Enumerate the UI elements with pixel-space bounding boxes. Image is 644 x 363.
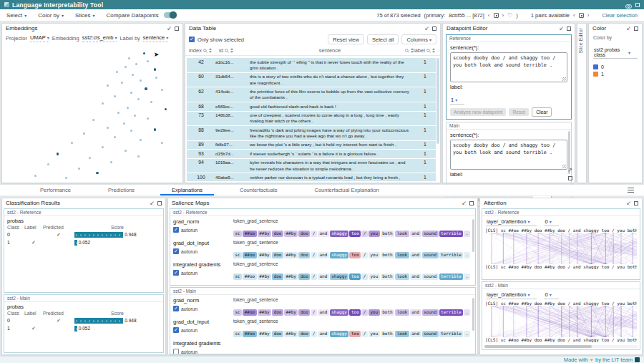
- salience-token[interactable]: ##by: [258, 274, 271, 281]
- maximize-icon[interactable]: [634, 26, 638, 31]
- table-row[interactable]: 6031db54...this is a story of two misfit…: [187, 73, 436, 88]
- salience-token[interactable]: doo: [272, 331, 283, 338]
- table-row[interactable]: 89fb8c07...we know the plot 's a little …: [187, 141, 436, 150]
- salience-token[interactable]: doo: [298, 331, 310, 338]
- slice-editor-label[interactable]: Slice Editor: [578, 28, 585, 53]
- salience-token[interactable]: both: [381, 274, 394, 281]
- resize-grip-icon[interactable]: [562, 77, 566, 81]
- salience-token[interactable]: sc: [233, 252, 242, 259]
- salience-token[interactable]: look: [395, 274, 409, 281]
- salience-token[interactable]: /: [361, 252, 368, 259]
- scrollbar[interactable]: [472, 219, 474, 252]
- embedding-point[interactable]: [143, 52, 146, 55]
- embedding-point[interactable]: [145, 87, 147, 90]
- salience-token[interactable]: sound: [422, 252, 439, 259]
- salience-token[interactable]: ##oo: [243, 309, 256, 316]
- embedding-point[interactable]: [116, 71, 118, 73]
- table-row[interactable]: 62414cde...the primitive force of this f…: [187, 87, 436, 102]
- slices-menu[interactable]: Slices▾: [75, 12, 94, 19]
- salience-token[interactable]: shaggy: [330, 274, 349, 281]
- embedding-point[interactable]: [165, 108, 167, 111]
- table-scrollbar[interactable]: [436, 58, 439, 144]
- column-id[interactable]: id: [219, 47, 255, 54]
- salience-token[interactable]: sound: [422, 331, 439, 338]
- minimize-icon[interactable]: ↙: [626, 200, 631, 206]
- autorun-control[interactable]: ✓autorun: [173, 270, 233, 276]
- salience-token[interactable]: .: [464, 274, 470, 281]
- embedding-point[interactable]: [102, 146, 104, 148]
- autorun-control[interactable]: ✓autorun: [173, 248, 233, 254]
- salience-token[interactable]: ##by: [258, 331, 271, 338]
- embedding-point[interactable]: [110, 161, 112, 163]
- salience-token[interactable]: too: [349, 231, 361, 238]
- tab-performance[interactable]: Performance: [21, 185, 89, 195]
- attention-head-select[interactable]: 0▾: [544, 291, 558, 299]
- salience-token[interactable]: both: [381, 252, 394, 259]
- clear-button[interactable]: Clear: [532, 107, 552, 117]
- salience-token[interactable]: and: [318, 274, 329, 281]
- analyze-new-datapoint-button[interactable]: Analyze new datapoint: [450, 108, 506, 116]
- salience-token[interactable]: ##by: [284, 252, 298, 259]
- select-all-button[interactable]: Select all: [367, 34, 399, 44]
- clear-selection-link[interactable]: Clear selection: [602, 12, 638, 19]
- embedding-point[interactable]: [114, 95, 116, 97]
- pin-datapoint-icon[interactable]: [494, 13, 499, 18]
- embedding-point[interactable]: [57, 153, 59, 155]
- embedding-point[interactable]: [107, 127, 109, 129]
- maximize-icon[interactable]: [634, 201, 638, 205]
- attention-head-select[interactable]: 0▾: [544, 218, 558, 226]
- next-datapoint-button[interactable]: ›: [502, 12, 504, 19]
- salience-token[interactable]: look: [395, 252, 409, 259]
- autorun-control[interactable]: ✓autorun: [173, 306, 233, 311]
- salience-token[interactable]: /: [311, 274, 317, 281]
- autorun-checkbox[interactable]: ✓: [173, 270, 179, 276]
- salience-token[interactable]: .: [464, 309, 470, 316]
- salience-token[interactable]: terrible: [439, 252, 464, 259]
- salience-token[interactable]: ##oo: [243, 331, 256, 338]
- table-row[interactable]: 93d15b7d...if steven soderbergh 's ` sol…: [187, 150, 436, 158]
- embedding-point[interactable]: [127, 107, 129, 109]
- salience-token[interactable]: sc: [233, 231, 242, 238]
- salience-token[interactable]: you: [369, 252, 380, 259]
- sort-icon[interactable]: [432, 48, 435, 53]
- salience-token[interactable]: doo: [272, 274, 283, 281]
- embedding-point[interactable]: [107, 84, 109, 87]
- salience-token[interactable]: /: [361, 231, 368, 238]
- tab-counterfactuals[interactable]: Counterfactuals: [221, 185, 296, 195]
- salience-token[interactable]: ##by: [258, 252, 271, 259]
- salience-token[interactable]: .: [464, 231, 470, 238]
- salience-token[interactable]: ##oo: [243, 274, 256, 281]
- salience-token[interactable]: and: [318, 309, 329, 316]
- color-by-select[interactable]: sst2 probas class▾: [593, 47, 638, 59]
- embedding-point[interactable]: [161, 89, 163, 91]
- embedding-point[interactable]: [92, 119, 94, 121]
- salience-token[interactable]: doo: [272, 252, 283, 259]
- salience-token[interactable]: ##oo: [243, 252, 256, 259]
- salience-token[interactable]: and: [318, 252, 329, 259]
- embedding-point[interactable]: [130, 130, 132, 132]
- salience-token[interactable]: terrible: [439, 231, 464, 238]
- sentence-textarea[interactable]: scooby dooby doo / and shaggy too / you …: [450, 52, 567, 82]
- embedding-point[interactable]: [102, 102, 104, 105]
- tab-counterfactual-explanation[interactable]: Counterfactual Explanation: [296, 185, 398, 195]
- scrollbar[interactable]: [472, 298, 474, 331]
- maximize-icon[interactable]: [469, 201, 474, 205]
- tab-explanations[interactable]: Explanations: [153, 185, 221, 195]
- salience-token[interactable]: you: [369, 309, 380, 316]
- embedding-point[interactable]: [130, 92, 132, 94]
- autorun-control[interactable]: ✓autorun: [173, 227, 233, 233]
- reset-button[interactable]: Reset: [509, 108, 529, 116]
- reset-view-button[interactable]: Reset view: [328, 34, 364, 44]
- salience-token[interactable]: .: [464, 252, 470, 259]
- embedding-point[interactable]: [65, 177, 67, 179]
- salience-token[interactable]: doo: [272, 231, 283, 238]
- maximize-icon[interactable]: [175, 26, 179, 31]
- salience-token[interactable]: look: [395, 331, 409, 338]
- salience-token[interactable]: terrible: [439, 331, 464, 338]
- salience-token[interactable]: doo: [298, 274, 310, 281]
- embedding-point[interactable]: [135, 63, 137, 65]
- table-row[interactable]: 941019aa...byler reveals his characters …: [187, 159, 436, 174]
- table-row[interactable]: 42a1bc16...the subtle strength of `` ell…: [187, 58, 436, 73]
- embedding-point[interactable]: [128, 57, 130, 59]
- favorite-icon[interactable]: ♡: [507, 12, 512, 19]
